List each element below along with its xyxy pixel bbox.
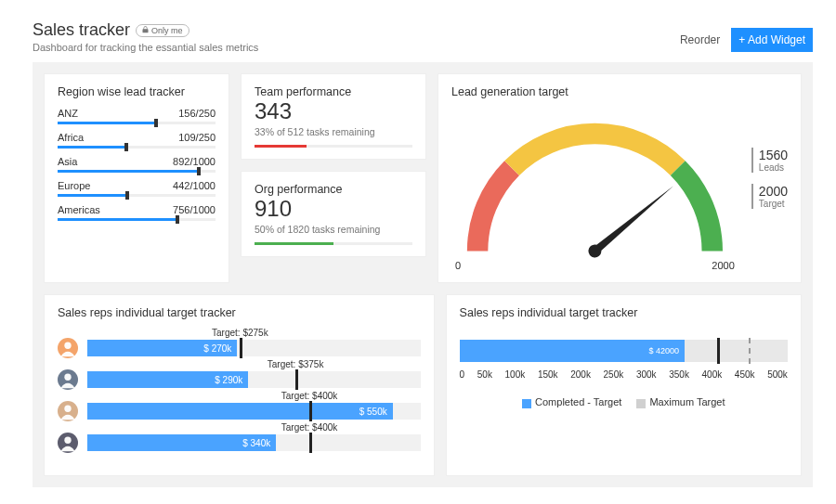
team-performance-title: Team performance [255,85,412,98]
region-value: 442/1000 [173,180,216,191]
reps-individual-tracker-card: Sales reps individual target tracker Tar… [44,294,435,476]
gauge-chart [451,108,738,264]
axis-tick: 150k [538,369,558,380]
rep-bar: $ 550k [87,403,421,420]
lock-icon [142,26,149,35]
svg-point-9 [64,437,71,444]
gauge-leads-value: 1560 [759,148,788,162]
header-actions: Reorder + Add Widget [680,28,813,52]
rep-row: Target: $400k$ 340k [58,433,421,453]
reps-summary-card: Sales reps individual target tracker $ 4… [446,294,802,476]
axis-tick: 250k [604,369,624,380]
region-progress[interactable] [58,218,216,221]
rep-target-mark [240,338,242,358]
page-subtitle: Dashboard for tracking the essantial sal… [33,42,258,53]
region-name: Asia [58,156,77,167]
summary-max-mark [749,338,751,364]
rep-bar-fill: $ 290k [87,371,248,388]
region-progress[interactable] [58,146,216,149]
rep-bar-fill: $ 270k [87,340,237,356]
axis-tick: 0 [460,369,465,380]
avatar [58,369,78,390]
rep-bar-fill: $ 340k [87,434,276,451]
org-performance-progress [255,242,412,245]
gauge-leads-label: Leads [759,162,788,173]
axis-tick: 500k [767,369,788,380]
team-performance-progress [255,145,412,148]
axis-tick: 50k [477,369,492,380]
gauge-target-label: Target [759,199,788,209]
title-wrap: Sales tracker Only me Dashboard for trac… [33,20,258,53]
summary-legend: Completed - Target Maximum Target [460,396,788,407]
team-performance-sub: 33% of 512 tasks remaining [255,126,412,137]
rep-target-label: Target: $275k [212,328,268,338]
rep-target-mark [309,401,312,421]
region-name: Europe [58,180,90,191]
performance-column: Team performance 343 33% of 512 tasks re… [241,73,426,283]
region-progress[interactable] [58,194,216,197]
rep-target-mark [295,369,298,390]
reps-tracker-title: Sales reps individual target tracker [58,306,421,319]
legend-completed: Completed - Target [522,396,621,407]
region-tracker-title: Region wise lead tracker [58,85,216,98]
summary-axis: 050k100k150k200k250k300k350k400k450k500k [460,369,788,380]
rep-target-label: Target: $400k [281,422,338,433]
page-header: Sales tracker Only me Dashboard for trac… [0,0,836,62]
region-tracker-card: Region wise lead tracker ANZ156/250Afric… [44,73,229,283]
svg-point-3 [64,342,71,349]
rep-bar: $ 340k [87,434,421,451]
region-row: Americas756/1000 [58,204,216,215]
region-name: ANZ [58,108,78,119]
legend-max-label: Maximum Target [649,396,725,407]
region-value: 109/250 [178,132,216,143]
org-performance-sub: 50% of 1820 tasks remaining [255,224,412,235]
region-progress[interactable] [58,170,216,173]
org-performance-card: Org performance 910 50% of 1820 tasks re… [241,171,426,257]
region-value: 892/1000 [173,156,216,167]
axis-tick: 350k [669,369,689,380]
page-title: Sales tracker Only me [33,20,258,40]
rep-target-mark [309,433,312,453]
avatar [58,433,78,453]
rep-target-label: Target: $375k [268,359,324,369]
team-performance-card: Team performance 343 33% of 512 tasks re… [241,73,426,160]
org-performance-value: 910 [255,198,412,220]
rep-bar: $ 290k [87,371,421,388]
visibility-badge[interactable]: Only me [136,24,189,37]
team-performance-value: 343 [255,100,412,123]
add-widget-button[interactable]: + Add Widget [731,28,813,52]
reps-list: Target: $275k$ 270kTarget: $375k$ 290kTa… [58,329,421,453]
region-name: Africa [58,132,84,143]
region-row: Europe442/1000 [58,180,216,191]
lead-gauge-title: Lead generation target [451,85,738,98]
org-performance-title: Org performance [255,183,412,196]
region-progress[interactable] [58,122,216,124]
gauge-target-value: 2000 [759,184,788,199]
reorder-button[interactable]: Reorder [680,33,720,46]
gauge-target-stat: 2000 Target [751,184,788,209]
gauge-max-label: 2000 [712,260,734,271]
axis-tick: 100k [505,369,526,380]
axis-tick: 450k [735,369,755,380]
axis-tick: 300k [636,369,657,380]
region-name: Americas [58,204,100,215]
region-row: Africa109/250 [58,132,216,143]
region-value: 756/1000 [173,204,216,215]
rep-bar-fill: $ 550k [87,403,393,420]
rep-row: Target: $375k$ 290k [58,369,421,390]
legend-max: Maximum Target [636,396,725,407]
rep-target-label: Target: $400k [281,391,338,401]
summary-target-mark [717,338,720,364]
gauge-leads-stat: 1560 Leads [751,148,788,173]
page-title-text: Sales tracker [33,20,130,40]
avatar [58,401,78,421]
lead-gauge-card: Lead generation target 0 2000 [438,73,802,283]
gauge-min-label: 0 [455,260,461,271]
region-row: ANZ156/250 [58,108,216,119]
region-list: ANZ156/250Africa109/250Asia892/1000Europ… [58,108,216,221]
reps-summary-title: Sales reps individual target tracker [460,306,788,319]
summary-bar-fill: $ 42000 [460,340,686,362]
axis-tick: 200k [570,369,591,380]
svg-point-5 [64,374,71,381]
legend-completed-label: Completed - Target [535,396,621,407]
